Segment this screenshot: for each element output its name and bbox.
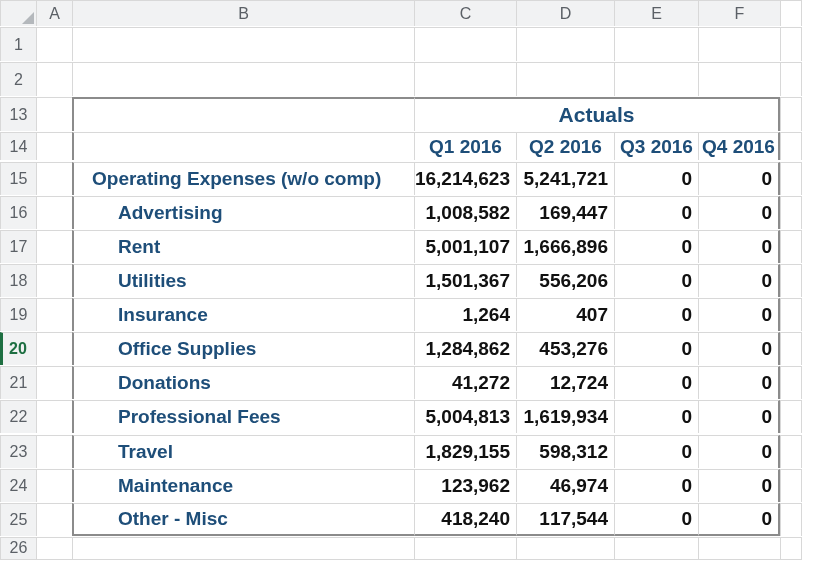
cell-E2[interactable] — [614, 62, 698, 96]
val-maintenance-q2[interactable]: 46,974 — [516, 469, 614, 502]
cell-D26[interactable] — [516, 537, 614, 560]
cell-B14[interactable] — [72, 132, 414, 160]
val-professional-fees-q4[interactable]: 0 — [698, 400, 780, 433]
val-advertising-q3[interactable]: 0 — [614, 196, 698, 229]
col-header-F[interactable]: F — [698, 0, 780, 26]
val-insurance-q2[interactable]: 407 — [516, 298, 614, 331]
cell-A26[interactable] — [36, 537, 72, 560]
cell-A19[interactable] — [36, 298, 72, 331]
category-professional-fees[interactable]: Professional Fees — [72, 400, 414, 433]
val-other-misc-q4[interactable]: 0 — [698, 503, 780, 536]
val-rent-q3[interactable]: 0 — [614, 230, 698, 263]
group-total-q2[interactable]: 5,241,721 — [516, 162, 614, 195]
cell-A17[interactable] — [36, 230, 72, 263]
val-travel-q1[interactable]: 1,829,155 — [414, 435, 516, 468]
cell-C1[interactable] — [414, 27, 516, 61]
cell-E1[interactable] — [614, 27, 698, 61]
cell-B2[interactable] — [72, 62, 414, 96]
val-insurance-q4[interactable]: 0 — [698, 298, 780, 331]
val-rent-q1[interactable]: 5,001,107 — [414, 230, 516, 263]
row-header-1[interactable]: 1 — [0, 27, 36, 61]
val-other-misc-q1[interactable]: 418,240 — [414, 503, 516, 536]
val-office-supplies-q1[interactable]: 1,284,862 — [414, 332, 516, 365]
category-office-supplies[interactable]: Office Supplies — [72, 332, 414, 365]
cell-F1[interactable] — [698, 27, 780, 61]
cell-A13[interactable] — [36, 97, 72, 131]
cell-B26[interactable] — [72, 537, 414, 560]
val-rent-q4[interactable]: 0 — [698, 230, 780, 263]
spreadsheet-grid[interactable]: A B C D E F 1 2 13 Actuals 14 Q1 2016 Q2… — [0, 0, 820, 561]
cell-A24[interactable] — [36, 469, 72, 502]
cell-A20[interactable] — [36, 332, 72, 365]
cell-C2[interactable] — [414, 62, 516, 96]
cell-A22[interactable] — [36, 400, 72, 433]
val-office-supplies-q2[interactable]: 453,276 — [516, 332, 614, 365]
val-donations-q2[interactable]: 12,724 — [516, 366, 614, 399]
row-header-2[interactable]: 2 — [0, 62, 36, 96]
cell-A16[interactable] — [36, 196, 72, 229]
val-rent-q2[interactable]: 1,666,896 — [516, 230, 614, 263]
cell-C26[interactable] — [414, 537, 516, 560]
cell-A1[interactable] — [36, 27, 72, 61]
row-header-14[interactable]: 14 — [0, 132, 36, 160]
cell-A18[interactable] — [36, 264, 72, 297]
val-maintenance-q3[interactable]: 0 — [614, 469, 698, 502]
val-maintenance-q1[interactable]: 123,962 — [414, 469, 516, 502]
group-total-q3[interactable]: 0 — [614, 162, 698, 195]
row-header-17[interactable]: 17 — [0, 230, 36, 263]
group-title[interactable]: Operating Expenses (w/o comp) — [72, 162, 414, 195]
row-header-13[interactable]: 13 — [0, 97, 36, 131]
val-advertising-q2[interactable]: 169,447 — [516, 196, 614, 229]
row-header-24[interactable]: 24 — [0, 469, 36, 502]
val-professional-fees-q2[interactable]: 1,619,934 — [516, 400, 614, 433]
val-utilities-q4[interactable]: 0 — [698, 264, 780, 297]
val-travel-q4[interactable]: 0 — [698, 435, 780, 468]
row-header-21[interactable]: 21 — [0, 366, 36, 399]
row-header-22[interactable]: 22 — [0, 400, 36, 433]
val-travel-q3[interactable]: 0 — [614, 435, 698, 468]
col-header-A[interactable]: A — [36, 0, 72, 26]
col-header-B[interactable]: B — [72, 0, 414, 26]
row-header-15[interactable]: 15 — [0, 162, 36, 195]
val-other-misc-q2[interactable]: 117,544 — [516, 503, 614, 536]
val-professional-fees-q3[interactable]: 0 — [614, 400, 698, 433]
val-travel-q2[interactable]: 598,312 — [516, 435, 614, 468]
category-advertising[interactable]: Advertising — [72, 196, 414, 229]
group-total-q4[interactable]: 0 — [698, 162, 780, 195]
category-utilities[interactable]: Utilities — [72, 264, 414, 297]
val-office-supplies-q3[interactable]: 0 — [614, 332, 698, 365]
val-utilities-q1[interactable]: 1,501,367 — [414, 264, 516, 297]
col-header-E[interactable]: E — [614, 0, 698, 26]
cell-A21[interactable] — [36, 366, 72, 399]
row-header-25[interactable]: 25 — [0, 503, 36, 536]
col-header-D[interactable]: D — [516, 0, 614, 26]
val-advertising-q1[interactable]: 1,008,582 — [414, 196, 516, 229]
val-other-misc-q3[interactable]: 0 — [614, 503, 698, 536]
row-header-19[interactable]: 19 — [0, 298, 36, 331]
cell-B1[interactable] — [72, 27, 414, 61]
cell-D1[interactable] — [516, 27, 614, 61]
row-header-18[interactable]: 18 — [0, 264, 36, 297]
cell-E26[interactable] — [614, 537, 698, 560]
group-total-q1[interactable]: 16,214,623 — [414, 162, 516, 195]
category-insurance[interactable]: Insurance — [72, 298, 414, 331]
cell-D2[interactable] — [516, 62, 614, 96]
val-maintenance-q4[interactable]: 0 — [698, 469, 780, 502]
cell-A23[interactable] — [36, 435, 72, 468]
val-advertising-q4[interactable]: 0 — [698, 196, 780, 229]
category-rent[interactable]: Rent — [72, 230, 414, 263]
val-utilities-q3[interactable]: 0 — [614, 264, 698, 297]
cell-A15[interactable] — [36, 162, 72, 195]
row-header-20[interactable]: 20 — [0, 332, 36, 365]
cell-A14[interactable] — [36, 132, 72, 160]
row-header-26[interactable]: 26 — [0, 537, 36, 560]
category-other-misc[interactable]: Other - Misc — [72, 503, 414, 536]
val-donations-q4[interactable]: 0 — [698, 366, 780, 399]
category-maintenance[interactable]: Maintenance — [72, 469, 414, 502]
col-header-C[interactable]: C — [414, 0, 516, 26]
cell-A2[interactable] — [36, 62, 72, 96]
row-header-16[interactable]: 16 — [0, 196, 36, 229]
val-insurance-q3[interactable]: 0 — [614, 298, 698, 331]
val-office-supplies-q4[interactable]: 0 — [698, 332, 780, 365]
category-donations[interactable]: Donations — [72, 366, 414, 399]
